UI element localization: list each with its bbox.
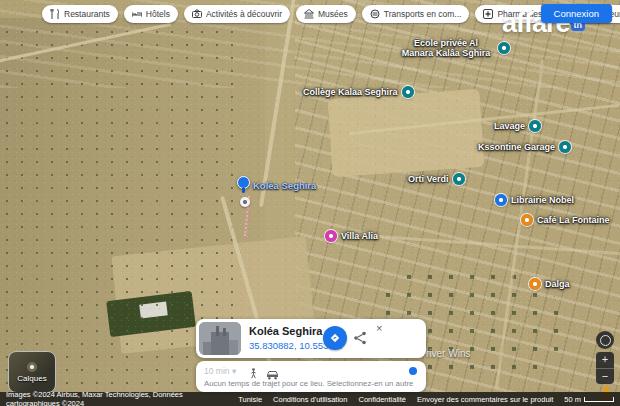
pharmacy-cross-icon — [483, 9, 493, 19]
place-title: Koléa Seghira — [249, 325, 322, 337]
attribution-bar: Images ©2024 Airbus, Maxar Technologies,… — [0, 392, 620, 406]
connexion-button[interactable]: Connexion — [541, 4, 612, 23]
filter-label: Activités à découvrir — [206, 9, 282, 19]
poi-college[interactable]: Collège Kalaa Seghira — [303, 86, 414, 98]
my-location-button[interactable] — [596, 331, 614, 349]
restaurant-icon — [50, 9, 60, 19]
poi-label: Lavage — [494, 121, 525, 131]
poi-label: Dalga — [545, 279, 570, 289]
cafe-poi-icon — [521, 214, 533, 226]
poi-librairie[interactable]: Librairie Nobel — [495, 194, 574, 206]
service-poi-icon — [453, 173, 465, 185]
terms-link[interactable]: Conditions d'utilisation — [273, 395, 347, 404]
map-scale: 50 m — [564, 395, 614, 404]
place-thumbnail[interactable] — [199, 322, 241, 355]
country-label[interactable]: Tunisie — [238, 395, 262, 404]
duration-value: 10 min — [204, 366, 230, 376]
walking-mode-icon[interactable] — [248, 365, 259, 376]
partial-map-label: river Wins — [426, 348, 470, 359]
cafe-poi-icon — [529, 278, 541, 290]
share-button[interactable] — [352, 330, 368, 346]
filter-label: Hôtels — [146, 9, 170, 19]
zoom-control: + − — [596, 352, 614, 384]
poi-label: Orti Verdi — [408, 174, 449, 184]
filter-label: Musées — [318, 9, 348, 19]
transit-icon — [370, 9, 380, 19]
filter-transit[interactable]: Transports en com... — [362, 5, 470, 23]
layers-icon — [27, 362, 37, 372]
share-icon — [352, 330, 368, 346]
no-route-message: Aucun temps de trajet pour ce lieu. Séle… — [204, 379, 413, 388]
poi-garage[interactable]: Kssontine Garage — [478, 141, 571, 153]
filter-label: Restaurants — [64, 9, 110, 19]
chevron-down-icon: ▾ — [232, 366, 236, 376]
layers-button[interactable]: Calques — [8, 351, 56, 393]
scale-label: 50 m — [564, 395, 581, 404]
directions-button[interactable] — [323, 326, 347, 350]
school-poi-icon — [402, 86, 414, 98]
poi-label: Librairie Nobel — [511, 195, 574, 205]
camera-icon — [192, 9, 202, 19]
directions-diamond-icon — [329, 332, 341, 344]
poi-label: Kssontine Garage — [478, 142, 555, 152]
poi-orti-verdi[interactable]: Orti Verdi — [408, 173, 465, 185]
driving-mode-icon[interactable] — [266, 366, 279, 376]
historic-poi-icon[interactable] — [240, 197, 250, 207]
imagery-credit: Images ©2024 Airbus, Maxar Technologies,… — [6, 390, 216, 406]
scale-bar — [584, 397, 614, 402]
service-poi-icon — [559, 141, 571, 153]
poi-dalga[interactable]: Dalga — [529, 278, 570, 290]
filter-label: Transports en com... — [384, 9, 462, 19]
poi-lavage[interactable]: Lavage — [494, 120, 541, 132]
poi-label: Villa Alia — [341, 231, 378, 241]
poi-cafe-fontaine[interactable]: Café La Fontaine — [521, 214, 610, 226]
building-photo — [199, 322, 241, 355]
selected-place-label[interactable]: Koléa Seghira — [253, 180, 316, 191]
poi-school-manara[interactable]: École privée Al Manara Kalâa Sghira — [398, 38, 510, 59]
poi-villa-alia[interactable]: Villa Alia — [325, 230, 378, 242]
poi-label: Café La Fontaine — [537, 215, 610, 225]
filter-restaurants[interactable]: Restaurants — [42, 5, 118, 23]
privacy-link[interactable]: Confidentialité — [358, 395, 406, 404]
route-time-card: 10 min ▾ Aucun temps de trajet pour ce l… — [196, 361, 426, 392]
layers-label: Calques — [17, 374, 46, 383]
poi-label: École privée Al Manara Kalâa Sghira — [398, 38, 494, 59]
poi-label: Collège Kalaa Seghira — [303, 87, 398, 97]
bed-icon — [132, 9, 142, 19]
close-icon[interactable]: × — [372, 320, 386, 336]
duration-dropdown[interactable]: 10 min ▾ — [204, 366, 236, 376]
transit-option-dot[interactable] — [409, 367, 417, 375]
place-info-card: Koléa Seghira 35.830882, 10.553147 × — [196, 319, 426, 358]
compass-icon — [600, 335, 611, 346]
selected-place-marker[interactable] — [237, 176, 249, 193]
filter-museums[interactable]: Musées — [296, 5, 356, 23]
feedback-link[interactable]: Envoyer des commentaires sur le produit — [417, 395, 553, 404]
marker-tip — [242, 188, 245, 193]
service-poi-icon — [529, 120, 541, 132]
zoom-in-button[interactable]: + — [596, 352, 614, 369]
filter-hotels[interactable]: Hôtels — [124, 5, 178, 23]
store-poi-icon — [495, 194, 507, 206]
museum-icon — [304, 9, 314, 19]
filter-activities[interactable]: Activités à découvrir — [184, 5, 290, 23]
school-poi-icon — [498, 42, 510, 54]
zoom-out-button[interactable]: − — [596, 369, 614, 385]
boutique-poi-icon — [325, 230, 337, 242]
